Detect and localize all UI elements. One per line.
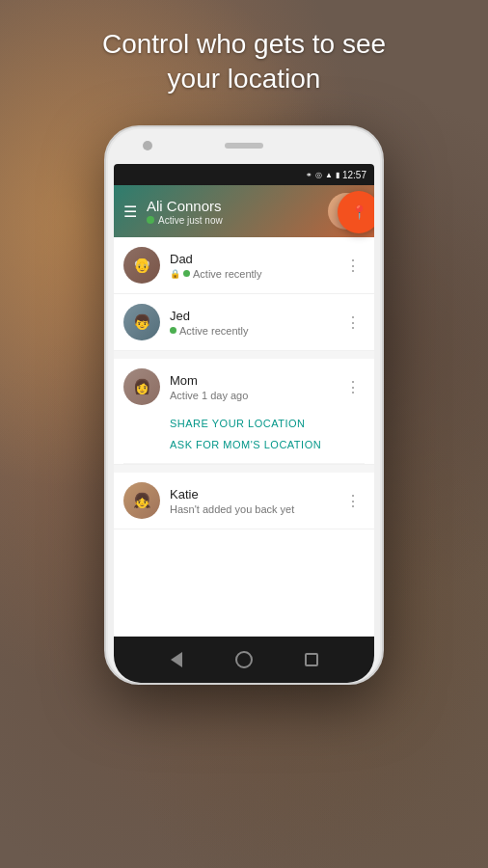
back-chevron-icon bbox=[171, 652, 182, 667]
location-fab-button[interactable]: 📍 bbox=[338, 191, 374, 233]
avatar-dad: 👴 bbox=[123, 247, 160, 284]
headline: Control who gets to see your location bbox=[0, 27, 488, 97]
contact-status-jed: Active recently bbox=[170, 325, 341, 337]
contact-list: 👴 Dad 🔒 Active recently ⋮ 👦 bbox=[114, 237, 374, 637]
contact-item-katie[interactable]: 👧 Katie Hasn't added you back yet ⋮ bbox=[114, 473, 374, 529]
more-icon-mom[interactable]: ⋮ bbox=[341, 374, 365, 400]
section-divider-1 bbox=[114, 351, 374, 359]
header-user-info: Ali Connors Active just now bbox=[147, 198, 328, 226]
battery-icon: ▮ bbox=[336, 171, 339, 179]
contact-name-jed: Jed bbox=[170, 309, 341, 323]
status-icons: ⚭ ◎ ▲ ▮ 12:57 bbox=[306, 170, 366, 180]
header-status-text: Active just now bbox=[158, 215, 223, 226]
recents-square-icon bbox=[305, 653, 318, 666]
contact-status-dad: 🔒 Active recently bbox=[170, 268, 341, 280]
contact-item-mom[interactable]: 👩 Mom Active 1 day ago ⋮ SHARE YOUR LOCA… bbox=[114, 359, 374, 465]
more-icon-dad[interactable]: ⋮ bbox=[341, 253, 365, 279]
status-time: 12:57 bbox=[342, 170, 366, 180]
wifi-icon: ◎ bbox=[315, 171, 322, 179]
bluetooth-icon: ⚭ bbox=[306, 171, 312, 179]
status-text-mom: Active 1 day ago bbox=[170, 390, 248, 401]
contact-info-mom: Mom Active 1 day ago bbox=[170, 373, 341, 401]
contact-name-mom: Mom bbox=[170, 373, 341, 388]
contact-status-katie: Hasn't added you back yet bbox=[170, 503, 341, 515]
phone-body: ⚭ ◎ ▲ ▮ 12:57 ☰ Ali Connors Active just … bbox=[104, 125, 384, 685]
headline-line2: your location bbox=[168, 64, 321, 94]
contact-name-katie: Katie bbox=[170, 487, 341, 502]
contact-name-dad: Dad bbox=[170, 252, 341, 266]
ask-location-button[interactable]: ASK FOR MOM'S LOCATION bbox=[170, 434, 321, 455]
mom-share-section: SHARE YOUR LOCATION ASK FOR MOM'S LOCATI… bbox=[123, 405, 365, 464]
contact-item-dad[interactable]: 👴 Dad 🔒 Active recently ⋮ bbox=[114, 237, 374, 294]
nav-home-button[interactable] bbox=[234, 650, 254, 669]
status-dot-jed bbox=[170, 327, 176, 334]
contact-info-dad: Dad 🔒 Active recently bbox=[170, 252, 341, 280]
signal-icon: ▲ bbox=[325, 171, 333, 179]
phone-camera bbox=[143, 141, 152, 150]
header-username: Ali Connors bbox=[147, 198, 328, 214]
nav-back-button[interactable] bbox=[167, 650, 186, 669]
phone-speaker bbox=[225, 143, 263, 149]
avatar-katie: 👧 bbox=[123, 482, 160, 519]
status-text-dad: Active recently bbox=[193, 268, 262, 280]
contact-status-mom: Active 1 day ago bbox=[170, 390, 341, 401]
lock-icon-dad: 🔒 bbox=[170, 269, 180, 279]
status-dot bbox=[147, 216, 154, 224]
status-dot-dad bbox=[183, 270, 190, 277]
headline-line1: Control who gets to see bbox=[102, 29, 386, 59]
phone-device: ⚭ ◎ ▲ ▮ 12:57 ☰ Ali Connors Active just … bbox=[104, 125, 384, 685]
avatar-jed: 👦 bbox=[123, 304, 160, 340]
status-text-jed: Active recently bbox=[179, 325, 249, 337]
status-text-katie: Hasn't added you back yet bbox=[170, 503, 294, 515]
more-icon-jed[interactable]: ⋮ bbox=[341, 310, 365, 336]
home-circle-icon bbox=[235, 651, 253, 668]
nav-bar bbox=[114, 637, 374, 683]
avatar-mom: 👩 bbox=[123, 368, 160, 405]
hamburger-icon[interactable]: ☰ bbox=[123, 203, 137, 221]
location-pin-icon: 📍 bbox=[351, 204, 367, 220]
header-status-row: Active just now bbox=[147, 215, 328, 226]
phone-screen: ⚭ ◎ ▲ ▮ 12:57 ☰ Ali Connors Active just … bbox=[114, 164, 374, 637]
app-header: ☰ Ali Connors Active just now 👩 📍 bbox=[114, 185, 374, 237]
mom-contact-row: 👩 Mom Active 1 day ago ⋮ bbox=[123, 368, 365, 405]
contact-info-katie: Katie Hasn't added you back yet bbox=[170, 487, 341, 515]
share-location-button[interactable]: SHARE YOUR LOCATION bbox=[170, 413, 306, 434]
status-bar: ⚭ ◎ ▲ ▮ 12:57 bbox=[114, 164, 374, 185]
contact-item-jed[interactable]: 👦 Jed Active recently ⋮ bbox=[114, 294, 374, 351]
section-divider-2 bbox=[114, 465, 374, 473]
more-icon-katie[interactable]: ⋮ bbox=[341, 488, 365, 514]
nav-recents-button[interactable] bbox=[302, 650, 321, 669]
contact-info-jed: Jed Active recently bbox=[170, 309, 341, 337]
